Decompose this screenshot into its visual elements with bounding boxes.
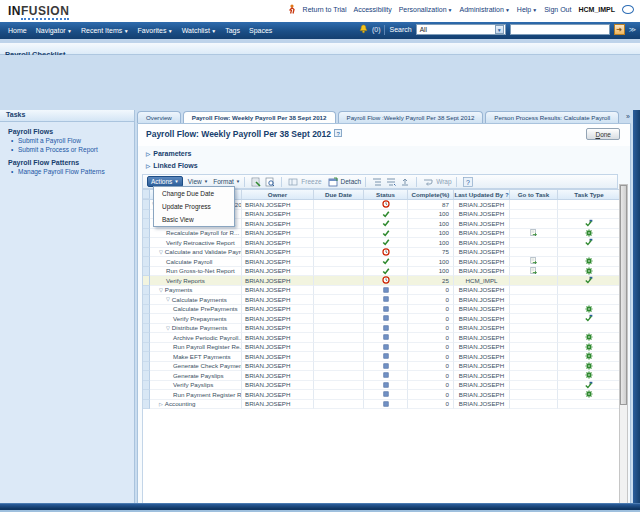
- row-selector[interactable]: [143, 324, 150, 334]
- parameters-section-toggle[interactable]: ▷Parameters: [146, 150, 191, 157]
- table-row[interactable]: ▽Calculate PaymentsBRIAN.JOSEPH0BRIAN.JO…: [143, 295, 621, 305]
- view-menu-button[interactable]: View▼: [188, 178, 208, 185]
- row-selector[interactable]: [143, 295, 150, 305]
- menu-item-update-progress[interactable]: Update Progress: [154, 200, 234, 213]
- go-to-task-icon[interactable]: [510, 257, 558, 267]
- row-selector[interactable]: [143, 362, 150, 372]
- row-selector[interactable]: [143, 200, 150, 210]
- freeze-button[interactable]: Freeze: [301, 178, 321, 185]
- row-selector[interactable]: [143, 276, 150, 286]
- go-to-task-icon[interactable]: [510, 229, 558, 239]
- toolbar-help-icon[interactable]: ?: [463, 177, 473, 187]
- task-name-cell[interactable]: Run Payment Register R...: [150, 390, 242, 400]
- task-name-cell[interactable]: ▽Calculate and Validate Payroll: [150, 248, 242, 258]
- row-selector[interactable]: [143, 219, 150, 229]
- table-row[interactable]: Run Payroll Register Re...BRIAN.JOSEPH0B…: [143, 343, 621, 353]
- go-to-task-icon[interactable]: [510, 267, 558, 277]
- table-row[interactable]: ▽PaymentsBRIAN.JOSEPH0BRIAN.JOSEPH: [143, 286, 621, 296]
- task-name-cell[interactable]: Verify Prepayments: [150, 314, 242, 324]
- collapse-node-icon[interactable]: ▽: [166, 325, 170, 331]
- task-name-cell[interactable]: ▷Accounting: [150, 400, 242, 410]
- menu-item-basic-view[interactable]: Basic View: [154, 213, 234, 226]
- table-row[interactable]: Archive Periodic Payroll...BRIAN.JOSEPH0…: [143, 333, 621, 343]
- detach-button[interactable]: Detach: [341, 178, 362, 185]
- linked-flows-section-toggle[interactable]: ▷Linked Flows: [146, 162, 198, 169]
- export-spreadsheet-icon[interactable]: [251, 177, 261, 187]
- task-name-cell[interactable]: Recalculate Payroll for R...: [150, 229, 242, 239]
- task-name-cell[interactable]: Verify Retroactive Report: [150, 238, 242, 248]
- menu-item-change-due-date[interactable]: Change Due Date: [154, 187, 234, 200]
- column-header-task-type[interactable]: Task Type: [558, 190, 621, 199]
- search-go-button[interactable]: ➜: [614, 24, 625, 35]
- task-name-cell[interactable]: Archive Periodic Payroll...: [150, 333, 242, 343]
- table-row[interactable]: Verify Retroactive ReportBRIAN.JOSEPH100…: [143, 238, 621, 248]
- utility-link-return-to-trial[interactable]: Return to Trial: [303, 6, 347, 13]
- row-selector[interactable]: [143, 333, 150, 343]
- table-row[interactable]: Run Payment Register R...BRIAN.JOSEPH0BR…: [143, 390, 621, 400]
- column-header-complete(%)[interactable]: Complete(%): [408, 190, 454, 199]
- row-selector[interactable]: [143, 248, 150, 258]
- table-row[interactable]: ▽Calculate and Validate PayrollBRIAN.JOS…: [143, 248, 621, 258]
- column-header-last-updated-by[interactable]: Last Updated By?: [454, 190, 510, 199]
- table-row[interactable]: Verify ReportsBRIAN.JOSEPH25HCM_IMPL: [143, 276, 621, 286]
- nav-item-navigator[interactable]: Navigator ▼: [36, 27, 72, 34]
- row-selector[interactable]: [143, 381, 150, 391]
- utility-link-personalization[interactable]: Personalization▼: [399, 6, 453, 13]
- tab-2[interactable]: Payroll Flow :Weekly Payroll Per 38 Sept…: [338, 111, 484, 123]
- vertical-scrollbar[interactable]: ▼: [619, 184, 628, 512]
- nav-item-home[interactable]: Home: [8, 27, 27, 34]
- column-header-owner[interactable]: Owner: [242, 190, 314, 199]
- collapse-node-icon[interactable]: ▽: [166, 296, 170, 302]
- scrollbar-thumb[interactable]: [620, 185, 627, 405]
- table-row[interactable]: ▽Distribute PaymentsBRIAN.JOSEPH0BRIAN.J…: [143, 324, 621, 334]
- tab-0[interactable]: Overview: [137, 111, 181, 123]
- row-selector[interactable]: [143, 371, 150, 381]
- task-name-cell[interactable]: Calculate Payroll: [150, 257, 242, 267]
- search-scope-select[interactable]: All▼: [416, 24, 506, 35]
- table-row[interactable]: Calculate PayrollBRIAN.JOSEPH100BRIAN.JO…: [143, 257, 621, 267]
- sidebar-link-manage-payroll-flow-patterns[interactable]: Manage Payroll Flow Patterns: [18, 168, 134, 175]
- row-selector[interactable]: [143, 400, 150, 410]
- task-name-cell[interactable]: Verify Payslips: [150, 381, 242, 391]
- notifications-bell-icon[interactable]: [359, 24, 368, 35]
- task-name-cell[interactable]: Generate Check Payments: [150, 362, 242, 372]
- utility-link-administration[interactable]: Administration▼: [460, 6, 510, 13]
- notifications-count[interactable]: (0): [372, 26, 381, 33]
- chevron-down-icon[interactable]: ▼: [495, 25, 504, 34]
- table-row[interactable]: ▷AccountingBRIAN.JOSEPH0BRIAN.JOSEPH: [143, 400, 621, 410]
- column-header-go-to-task[interactable]: Go to Task: [510, 190, 558, 199]
- row-selector[interactable]: [143, 305, 150, 315]
- task-name-cell[interactable]: Run Payroll Register Re...: [150, 343, 242, 353]
- format-menu-button[interactable]: Format▼: [213, 178, 240, 185]
- row-selector[interactable]: [143, 210, 150, 220]
- table-row[interactable]: Recalculate Payroll for R...BRIAN.JOSEPH…: [143, 229, 621, 239]
- table-row[interactable]: Generate Check PaymentsBRIAN.JOSEPH0BRIA…: [143, 362, 621, 372]
- task-name-cell[interactable]: Make EFT Payments: [150, 352, 242, 362]
- row-selector[interactable]: [143, 390, 150, 400]
- search-input[interactable]: [510, 24, 610, 35]
- table-row[interactable]: Generate PayslipsBRIAN.JOSEPH0BRIAN.JOSE…: [143, 371, 621, 381]
- table-row[interactable]: Calculate PrePaymentsBRIAN.JOSEPH0BRIAN.…: [143, 305, 621, 315]
- utility-link-help[interactable]: Help▼: [517, 6, 537, 13]
- row-selector[interactable]: [143, 314, 150, 324]
- nav-item-recent-items[interactable]: Recent Items ▼: [81, 27, 129, 34]
- collapse-node-icon[interactable]: ▽: [159, 249, 163, 255]
- utility-link-sign-out[interactable]: Sign Out: [544, 6, 571, 13]
- row-selector[interactable]: [143, 229, 150, 239]
- help-icon[interactable]: ?: [334, 129, 342, 137]
- row-selector[interactable]: [143, 343, 150, 353]
- row-selector[interactable]: [143, 286, 150, 296]
- task-name-cell[interactable]: Generate Payslips: [150, 371, 242, 381]
- table-row[interactable]: Run Gross-to-Net ReportBRIAN.JOSEPH100BR…: [143, 267, 621, 277]
- task-name-cell[interactable]: ▽Calculate Payments: [150, 295, 242, 305]
- wrap-button[interactable]: Wrap: [436, 178, 451, 185]
- column-header-due-date[interactable]: Due Date: [314, 190, 364, 199]
- task-name-cell[interactable]: ▽Payments: [150, 286, 242, 296]
- expand-all-icon[interactable]: [372, 177, 382, 187]
- sidebar-link-submit-a-payroll-flow[interactable]: Submit a Payroll Flow: [18, 137, 134, 144]
- task-name-cell[interactable]: Run Gross-to-Net Report: [150, 267, 242, 277]
- nav-item-favorites[interactable]: Favorites ▼: [138, 27, 173, 34]
- task-name-cell[interactable]: Calculate PrePayments: [150, 305, 242, 315]
- table-row[interactable]: Verify PrepaymentsBRIAN.JOSEPH0BRIAN.JOS…: [143, 314, 621, 324]
- user-avatar-icon[interactable]: [622, 5, 634, 14]
